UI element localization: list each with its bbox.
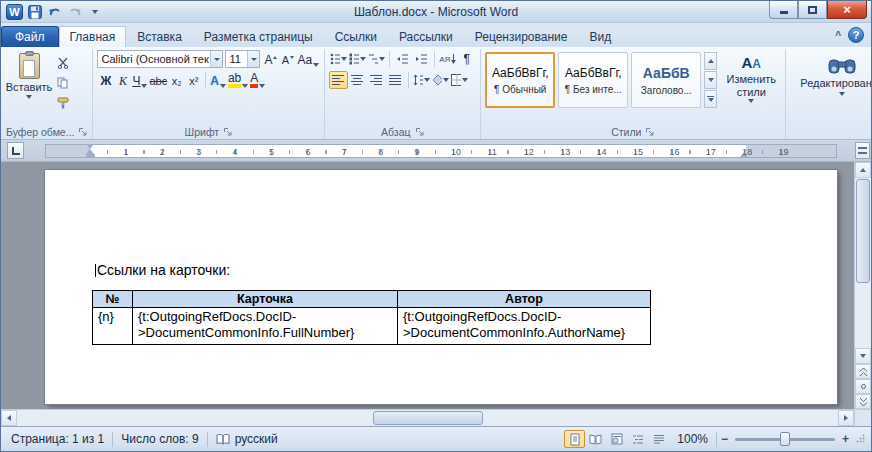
view-print-layout-button[interactable] xyxy=(564,430,585,448)
maximize-button[interactable] xyxy=(798,1,827,19)
justify-button[interactable] xyxy=(386,71,405,89)
strikethrough-button[interactable]: abc xyxy=(148,71,168,89)
horizontal-scrollbar[interactable] xyxy=(1,409,854,426)
align-left-button[interactable] xyxy=(329,71,348,89)
superscript-button[interactable]: x² xyxy=(185,71,202,89)
dialog-launcher-icon[interactable] xyxy=(415,127,425,137)
vertical-scroll-thumb[interactable] xyxy=(856,179,870,283)
tab-references[interactable]: Ссылки xyxy=(324,26,388,47)
zoom-out-button[interactable]: − xyxy=(717,432,732,446)
horizontal-scroll-thumb[interactable] xyxy=(373,411,483,425)
view-draft-button[interactable] xyxy=(648,430,669,448)
scroll-up-button[interactable] xyxy=(855,162,871,178)
grow-font-button[interactable]: А xyxy=(262,50,279,68)
bold-button[interactable]: Ж xyxy=(97,71,114,89)
font-family-combo[interactable]: Calibri (Основной тек xyxy=(97,50,223,68)
maximize-icon xyxy=(808,6,817,14)
tab-review[interactable]: Рецензирование xyxy=(464,26,579,47)
scroll-down-button[interactable] xyxy=(855,348,871,364)
tab-view[interactable]: Вид xyxy=(578,26,622,47)
tab-home[interactable]: Главная xyxy=(59,26,127,47)
increase-indent-button[interactable] xyxy=(412,50,431,68)
status-language[interactable]: русский xyxy=(208,427,286,451)
shrink-font-button[interactable]: А xyxy=(279,50,296,68)
show-marks-button[interactable]: ¶ xyxy=(457,50,476,68)
document-page[interactable]: Ссылки на карточки: № Карточка Автор {n}… xyxy=(45,170,837,404)
dialog-launcher-icon[interactable] xyxy=(78,127,88,137)
select-browse-object-button[interactable] xyxy=(855,379,871,394)
styles-gallery-scroll xyxy=(704,52,717,108)
vertical-scrollbar[interactable] xyxy=(854,162,871,409)
align-right-button[interactable] xyxy=(367,71,386,89)
close-button[interactable]: × xyxy=(827,1,867,19)
gallery-down-button[interactable] xyxy=(704,71,717,89)
qat-customize-button[interactable] xyxy=(87,4,103,20)
tab-page-layout[interactable]: Разметка страницы xyxy=(193,26,324,47)
view-outline-button[interactable] xyxy=(627,430,648,448)
paste-button[interactable]: Вставить xyxy=(6,50,52,124)
gallery-up-button[interactable] xyxy=(704,52,717,70)
editing-button[interactable]: Редактирование xyxy=(790,50,872,96)
italic-button[interactable]: К xyxy=(114,71,131,89)
view-web-layout-button[interactable] xyxy=(606,430,627,448)
save-button[interactable] xyxy=(27,4,43,20)
left-indent-marker[interactable] xyxy=(86,154,95,157)
horizontal-scroll-track[interactable] xyxy=(17,410,838,426)
status-word-count[interactable]: Число слов: 9 xyxy=(113,427,206,451)
text-effects-button[interactable]: А xyxy=(209,71,227,89)
subscript-button[interactable]: x₂ xyxy=(168,71,185,89)
font-color-button[interactable]: А xyxy=(249,71,266,89)
resize-grip[interactable] xyxy=(853,434,867,445)
vertical-scroll-track[interactable] xyxy=(855,178,871,348)
multilevel-list-button[interactable] xyxy=(367,50,386,68)
highlight-button[interactable]: ab xyxy=(227,71,249,89)
sort-button[interactable]: АЯ xyxy=(438,50,457,68)
style-no-spacing[interactable]: АаБбВвГг, ¶ Без инте... xyxy=(558,52,628,108)
scroll-right-button[interactable] xyxy=(838,410,854,426)
redo-button[interactable] xyxy=(67,4,83,20)
scroll-left-button[interactable] xyxy=(1,410,17,426)
dialog-launcher-icon[interactable] xyxy=(223,127,233,137)
ruler-toggle-button[interactable] xyxy=(855,142,870,159)
word-app-icon[interactable]: W xyxy=(6,4,23,20)
title-bar[interactable]: W Шаблон.docx - Microsoft Word × xyxy=(1,1,871,23)
ruler-strip[interactable]: 12345678910111213141516171819 xyxy=(45,144,837,158)
format-painter-button[interactable] xyxy=(52,94,74,112)
view-fullscreen-reading-button[interactable] xyxy=(585,430,606,448)
minimize-ribbon-icon[interactable]: ^ xyxy=(835,30,841,41)
zoom-slider[interactable] xyxy=(735,431,835,447)
align-center-button[interactable] xyxy=(348,71,367,89)
tab-stop-selector[interactable] xyxy=(7,142,24,159)
style-normal[interactable]: АаБбВвГг, ¶ Обычный xyxy=(485,52,555,108)
underline-button[interactable]: Ч xyxy=(131,71,148,89)
cut-button[interactable] xyxy=(52,54,74,72)
decrease-indent-button[interactable] xyxy=(393,50,412,68)
bullets-button[interactable] xyxy=(329,50,348,68)
undo-button[interactable] xyxy=(47,4,63,20)
dropdown-arrow-icon xyxy=(360,57,366,61)
browse-dot-icon xyxy=(861,384,866,389)
numbering-button[interactable] xyxy=(348,50,367,68)
shading-button[interactable] xyxy=(431,71,450,89)
minimize-button[interactable] xyxy=(769,1,798,19)
gallery-more-button[interactable] xyxy=(704,90,717,108)
tab-file[interactable]: Файл xyxy=(1,26,59,47)
style-heading1[interactable]: АаБбВ Заголово... xyxy=(631,52,701,108)
next-page-button[interactable] xyxy=(855,394,871,409)
status-page-count[interactable]: Страница: 1 из 1 xyxy=(3,427,112,451)
document-table[interactable]: № Карточка Автор {n} {t:OutgoingRefDocs.… xyxy=(92,290,651,345)
tab-mailings[interactable]: Рассылки xyxy=(388,26,464,47)
line-spacing-button[interactable] xyxy=(412,71,431,89)
tab-insert[interactable]: Вставка xyxy=(126,26,193,47)
help-icon[interactable]: ? xyxy=(848,27,864,43)
borders-button[interactable] xyxy=(450,71,469,89)
change-case-button[interactable]: Аа xyxy=(296,50,320,68)
previous-page-button[interactable] xyxy=(855,364,871,379)
copy-button[interactable] xyxy=(52,74,74,92)
change-styles-button[interactable]: АА Изменить стили xyxy=(721,52,781,103)
dialog-launcher-icon[interactable] xyxy=(645,127,655,137)
zoom-level[interactable]: 100% xyxy=(669,432,716,446)
zoom-slider-thumb[interactable] xyxy=(780,432,790,446)
font-size-combo[interactable]: 11 xyxy=(225,50,260,68)
zoom-in-button[interactable]: + xyxy=(838,432,853,446)
